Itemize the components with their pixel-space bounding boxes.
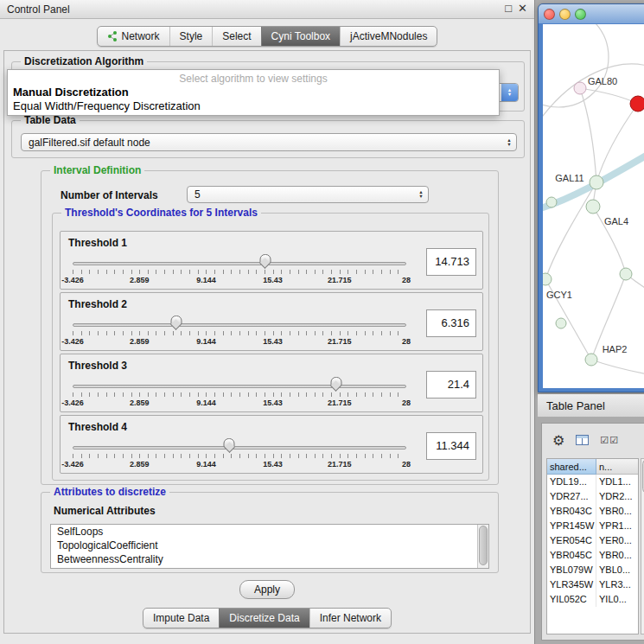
scale-label: 21.715 bbox=[328, 460, 352, 469]
network-node-selected[interactable] bbox=[630, 96, 644, 112]
slider-thumb[interactable] bbox=[170, 316, 182, 325]
network-node[interactable] bbox=[556, 318, 566, 328]
columns-icon[interactable] bbox=[576, 435, 589, 445]
tab-network[interactable]: Network bbox=[98, 27, 169, 46]
network-node[interactable] bbox=[586, 200, 600, 214]
tab-impute-data[interactable]: Impute Data bbox=[143, 609, 219, 628]
list-item[interactable]: TopologicalCoefficient bbox=[51, 539, 488, 552]
table-row[interactable]: YLR345WYLR3... bbox=[547, 577, 638, 592]
threshold-panel-1: Threshold 1 14.713 -3.426 2.859 9.144 15… bbox=[60, 231, 483, 290]
slider-scale: -3.426 2.859 9.144 15.43 21.715 28 bbox=[73, 460, 406, 469]
table-row[interactable]: YIL052CYIL0... bbox=[547, 592, 638, 607]
threshold-value-field[interactable]: 21.4 bbox=[426, 371, 476, 399]
gear-icon[interactable]: ⚙ bbox=[552, 432, 564, 449]
network-node[interactable] bbox=[585, 354, 597, 366]
threshold-value-field[interactable]: 11.344 bbox=[426, 432, 476, 460]
table-row[interactable]: YBR045CYBR0... bbox=[547, 548, 638, 563]
network-node[interactable] bbox=[620, 268, 632, 280]
column-header-name[interactable]: n... bbox=[596, 459, 638, 475]
dropdown-item[interactable]: Equal Width/Frequency Discretization bbox=[8, 99, 499, 113]
tab-infer-network[interactable]: Infer Network bbox=[309, 609, 391, 628]
control-panel-titlebar: Control Panel □ ✕ bbox=[0, 0, 534, 19]
tab-select[interactable]: Select bbox=[212, 27, 260, 46]
threshold-slider[interactable]: -3.426 2.859 9.144 15.43 21.715 28 bbox=[73, 251, 406, 287]
threshold-label: Threshold 3 bbox=[68, 360, 127, 372]
minimize-button[interactable] bbox=[559, 9, 571, 20]
table-data-combo[interactable]: galFiltered.sif default node ▲▼ bbox=[21, 133, 517, 151]
table-row[interactable]: YDL19...YDL1... bbox=[547, 475, 638, 489]
network-node[interactable] bbox=[590, 175, 603, 189]
table-panel: ⚙ ☑☑ shared... n... YDL19...YDL1...YDR27… bbox=[541, 423, 644, 641]
slider-scale: -3.426 2.859 9.144 15.43 21.715 28 bbox=[73, 276, 406, 285]
slider-track[interactable] bbox=[73, 446, 406, 450]
slider-thumb[interactable] bbox=[259, 254, 271, 264]
slider-thumb[interactable] bbox=[224, 438, 235, 448]
network-node[interactable] bbox=[543, 273, 552, 285]
network-node[interactable] bbox=[574, 82, 586, 94]
slider-track[interactable] bbox=[73, 323, 406, 327]
list-item[interactable]: BetweennessCentrality bbox=[51, 552, 488, 566]
select-all-checkbox-icon[interactable]: ☑☑ bbox=[600, 435, 619, 446]
slider-scale: -3.426 2.859 9.144 15.43 21.715 28 bbox=[73, 399, 406, 408]
threshold-value-field[interactable]: 14.713 bbox=[426, 248, 476, 276]
window-title: Control Panel bbox=[7, 3, 70, 16]
close-button[interactable] bbox=[544, 9, 555, 20]
threshold-slider[interactable]: -3.426 2.859 9.144 15.43 21.715 28 bbox=[73, 373, 406, 410]
cyni-toolbox-panel: Discretization Algorithm ▲▼ Table Data g… bbox=[3, 50, 531, 634]
control-panel-window: Control Panel □ ✕ Network Style Select C… bbox=[0, 0, 535, 644]
dropdown-item[interactable]: Manual Discretization bbox=[8, 86, 499, 99]
combo-stepper-icon[interactable]: ▲▼ bbox=[414, 187, 428, 202]
tab-style[interactable]: Style bbox=[169, 27, 213, 46]
table-row[interactable]: YPR145WYPR1... bbox=[547, 519, 638, 533]
interval-definition-title: Interval Definition bbox=[50, 164, 144, 176]
table-row[interactable]: YBL079WYBL0... bbox=[547, 563, 638, 577]
threshold-slider[interactable]: -3.426 2.859 9.144 15.43 21.715 28 bbox=[73, 312, 406, 348]
combo-stepper-icon[interactable]: ▲▼ bbox=[502, 134, 516, 150]
list-scrollbar[interactable] bbox=[477, 525, 488, 568]
table-row[interactable]: YBR043CYBR0... bbox=[547, 504, 638, 519]
network-window-titlebar[interactable] bbox=[539, 4, 644, 23]
table-scrollbar[interactable] bbox=[641, 458, 644, 634]
node-table: shared... n... YDL19...YDL1...YDR27...YD… bbox=[546, 458, 639, 634]
node-label: GAL11 bbox=[555, 173, 583, 183]
threshold-label: Threshold 2 bbox=[68, 298, 127, 310]
close-window-icon[interactable]: ✕ bbox=[518, 2, 527, 15]
scale-label: 15.43 bbox=[263, 337, 283, 346]
list-item[interactable]: SelfLoops bbox=[51, 525, 488, 539]
tab-network-label: Network bbox=[122, 30, 160, 42]
table-panel-titlebar: Table Panel bbox=[538, 393, 644, 418]
scale-label: 2.859 bbox=[130, 399, 150, 407]
slider-track[interactable] bbox=[73, 385, 406, 388]
num-intervals-value: 5 bbox=[194, 188, 414, 201]
scale-label: 15.43 bbox=[263, 460, 283, 469]
num-intervals-combo[interactable]: 5 ▲▼ bbox=[187, 186, 429, 203]
threshold-slider[interactable]: -3.426 2.859 9.144 15.43 21.715 28 bbox=[73, 435, 406, 471]
network-canvas[interactable]: GAL80 GAL11 GAL4 GCY1 HAP2 bbox=[543, 24, 644, 388]
scale-label: 21.715 bbox=[328, 276, 352, 284]
scrollbar-thumb[interactable] bbox=[479, 526, 488, 565]
node-label: GAL4 bbox=[604, 216, 628, 226]
table-row[interactable]: YDR27...YDR2... bbox=[547, 489, 638, 504]
scale-label: 9.144 bbox=[196, 337, 216, 346]
float-window-icon[interactable]: □ bbox=[505, 2, 512, 15]
column-header-shared-name[interactable]: shared... bbox=[547, 459, 596, 475]
tab-cyni-toolbox[interactable]: Cyni Toolbox bbox=[261, 27, 340, 46]
table-row[interactable]: YER054CYER0... bbox=[547, 533, 638, 548]
network-node[interactable] bbox=[546, 197, 557, 207]
slider-ticks bbox=[73, 454, 406, 458]
scale-label: 28 bbox=[402, 460, 411, 469]
zoom-button[interactable] bbox=[575, 9, 586, 20]
attributes-list[interactable]: SelfLoops TopologicalCoefficient Between… bbox=[50, 524, 489, 569]
dropdown-header: Select algorithm to view settings bbox=[8, 72, 499, 86]
slider-ticks bbox=[73, 392, 406, 397]
network-view-window[interactable]: GAL80 GAL11 GAL4 GCY1 HAP2 bbox=[538, 3, 644, 392]
tab-jactivemnodules[interactable]: jActiveMNodules bbox=[340, 27, 437, 46]
slider-thumb[interactable] bbox=[330, 377, 341, 386]
scale-label: 28 bbox=[402, 276, 411, 284]
slider-track[interactable] bbox=[73, 262, 406, 265]
threshold-value-field[interactable]: 6.316 bbox=[426, 309, 476, 337]
combo-stepper-icon[interactable]: ▲▼ bbox=[501, 84, 518, 101]
scale-label: 21.715 bbox=[328, 337, 352, 346]
tab-discretize-data[interactable]: Discretize Data bbox=[219, 609, 309, 628]
apply-button[interactable]: Apply bbox=[239, 580, 295, 599]
